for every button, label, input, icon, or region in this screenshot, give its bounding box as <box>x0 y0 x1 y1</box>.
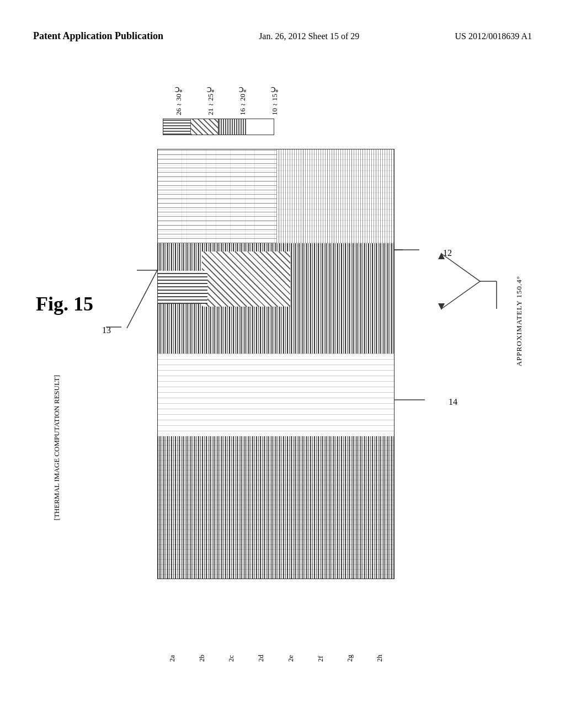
x-label-2f: 2f <box>316 655 325 662</box>
zone-top <box>158 149 276 243</box>
legend-seg-3 <box>218 119 246 135</box>
publication-date-sheet: Jan. 26, 2012 Sheet 15 of 29 <box>259 31 359 41</box>
x-label-2h: 2h <box>375 655 384 662</box>
x-label-2g: 2g <box>345 655 354 662</box>
legend-seg-2 <box>191 119 218 135</box>
x-axis-labels: 2a 2b 2c 2d 2e 2f 2g 2h <box>157 655 395 662</box>
ref-13: 13 <box>102 325 111 335</box>
main-diagram <box>157 149 395 579</box>
ref-12: 12 <box>443 248 452 258</box>
x-label-2d: 2d <box>257 655 265 662</box>
publication-number: US 2012/0018639 A1 <box>455 31 532 41</box>
legend-seg-1 <box>163 119 191 135</box>
legend-label-2: 21～25℃ <box>206 85 216 115</box>
zone-top-right <box>276 149 395 243</box>
vertical-label: [THERMAL IMAGE COMPUTATION RESULT] <box>52 375 61 520</box>
figure-label: Fig. 15 <box>36 292 93 315</box>
x-label-2c: 2c <box>227 655 236 662</box>
publication-title: Patent Application Publication <box>33 30 163 42</box>
legend-label-1: 26～30℃ <box>174 85 184 115</box>
legend-label-3: 16～20℃ <box>238 85 248 115</box>
zone-horiz-patch <box>158 271 207 304</box>
x-label-2e: 2e <box>286 655 295 662</box>
zone-bottom-h-lines <box>158 436 395 579</box>
zone-diagonal <box>202 251 290 307</box>
svg-line-1 <box>127 270 157 328</box>
page-header: Patent Application Publication Jan. 26, … <box>33 30 532 42</box>
legend-label-4: 10～15℃ <box>270 85 280 115</box>
x-label-2b: 2b <box>198 655 206 662</box>
legend-seg-4 <box>246 119 274 135</box>
legend-labels: 26～30℃ 21～25℃ 16～20℃ 10～15℃ <box>163 85 291 115</box>
legend-box <box>163 119 274 135</box>
zone-mid-hgrid <box>158 354 395 436</box>
ref-14: 14 <box>449 397 457 407</box>
approx-label: APPROXIMATELY 150.4° <box>515 276 524 366</box>
svg-marker-5 <box>438 303 445 310</box>
x-label-2a: 2a <box>168 655 177 662</box>
